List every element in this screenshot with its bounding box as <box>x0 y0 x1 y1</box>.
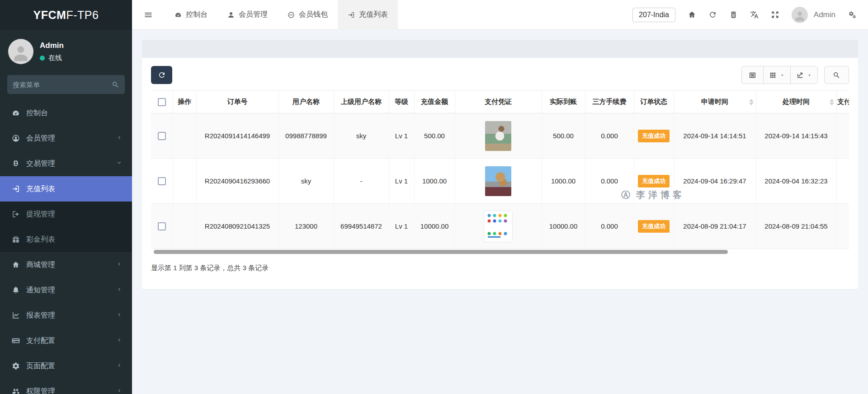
columns-button[interactable] <box>763 66 791 84</box>
col-process-time[interactable]: 处理时间 <box>756 91 836 113</box>
detail-view-icon <box>749 71 756 79</box>
row-checkbox[interactable] <box>158 222 166 230</box>
horizontal-scrollbar[interactable] <box>154 250 728 254</box>
export-button[interactable] <box>790 66 818 84</box>
cell-process-time: 2024-09-14 14:15:43 <box>756 113 836 159</box>
sort-icon[interactable] <box>830 99 834 105</box>
sign-in-icon <box>12 185 20 193</box>
settings-cogs-icon[interactable] <box>848 10 856 19</box>
status-badge: 充值成功 <box>638 220 670 233</box>
row-checkbox[interactable] <box>158 132 166 140</box>
sidebar-item-reports[interactable]: 报表管理 <box>0 303 132 328</box>
tab-recharge-list[interactable]: 充值列表 <box>338 0 398 30</box>
cell-received: 10000.00 <box>542 204 585 249</box>
sidebar-item-payment-config[interactable]: 支付配置 <box>0 328 132 353</box>
topbar-user-name[interactable]: Admin <box>814 10 835 19</box>
sidebar-item-permissions[interactable]: 权限管理 <box>0 379 132 394</box>
sidebar-item-recharge-list[interactable]: 充值列表 <box>0 176 132 202</box>
sidebar-item-label: 通知管理 <box>26 286 55 295</box>
cell-fee: 0.000 <box>585 204 634 249</box>
table-header-row: 操作 订单号 用户名称 上级用户名称 等级 充值金额 支付凭证 实际到账 三方手… <box>151 91 849 113</box>
col-amount: 充值金额 <box>414 91 455 113</box>
language-icon[interactable] <box>750 10 759 19</box>
sidebar-menu: 控制台 会员管理 交易管理 充值列表 提现管理 彩金列表 商城管理 通知管理 报… <box>0 100 132 394</box>
cell-action <box>173 159 196 204</box>
caret-down-icon <box>807 73 812 78</box>
credit-card-icon <box>12 337 20 345</box>
topbar-avatar[interactable] <box>792 7 808 23</box>
col-parent-user: 上级用户名称 <box>334 91 389 113</box>
table-refresh-button[interactable] <box>151 66 172 84</box>
sidebar-item-transactions[interactable]: 交易管理 <box>0 151 132 176</box>
bell-icon <box>12 286 20 294</box>
cell-action <box>173 204 196 249</box>
tab-label: 充值列表 <box>359 10 388 19</box>
search-icon[interactable] <box>112 81 119 89</box>
payment-proof-image[interactable] <box>484 211 513 242</box>
sidebar-item-dashboard[interactable]: 控制台 <box>0 100 132 126</box>
cell-parent-user: - <box>334 159 389 204</box>
users-icon <box>12 387 20 394</box>
tab-member-wallet[interactable]: 会员钱包 <box>278 0 338 30</box>
sidebar-item-notifications[interactable]: 通知管理 <box>0 277 132 303</box>
chevron-left-icon <box>116 261 122 269</box>
sign-in-icon <box>348 11 355 19</box>
detail-view-button[interactable] <box>741 66 764 84</box>
trash-icon[interactable] <box>729 10 738 19</box>
sidebar-item-label: 权限管理 <box>26 387 55 394</box>
cell-action <box>173 113 196 159</box>
site-selector[interactable]: 207-India <box>632 8 675 22</box>
app-logo-bold: YFCM <box>33 9 66 22</box>
cell-apply-time: 2024-09-04 16:29:47 <box>674 159 756 204</box>
refresh-icon[interactable] <box>708 10 717 19</box>
tab-members[interactable]: 会员管理 <box>217 0 278 30</box>
chevron-left-icon <box>116 311 122 319</box>
col-action: 操作 <box>173 91 196 113</box>
status-badge: 充值成功 <box>638 130 670 142</box>
sidebar-item-label: 彩金列表 <box>26 235 55 244</box>
sidebar-item-withdraw[interactable]: 提现管理 <box>0 202 132 227</box>
cell-order-no: R2024080921041325 <box>196 204 278 249</box>
sidebar-item-label: 会员管理 <box>26 134 55 143</box>
caret-down-icon <box>780 73 785 78</box>
content-area: 操作 订单号 用户名称 上级用户名称 等级 充值金额 支付凭证 实际到账 三方手… <box>132 30 868 394</box>
col-proof: 支付凭证 <box>455 91 542 113</box>
cc-icon <box>288 11 295 19</box>
cell-level: Lv 1 <box>389 159 414 204</box>
chevron-left-icon <box>116 337 122 345</box>
hamburger-menu-icon[interactable] <box>144 10 153 19</box>
sidebar-search-input[interactable] <box>13 81 112 89</box>
cell-parent-user: sky <box>334 113 389 159</box>
sidebar-user-panel: Admin 在线 <box>0 30 132 72</box>
payment-proof-image[interactable] <box>485 166 511 196</box>
fullscreen-icon[interactable] <box>771 10 779 19</box>
sort-icon[interactable] <box>749 99 754 105</box>
sidebar-item-page-config[interactable]: 页面配置 <box>0 353 132 379</box>
col-order-no: 订单号 <box>196 91 278 113</box>
status-badge: 充值成功 <box>638 175 670 188</box>
col-status: 订单状态 <box>634 91 674 113</box>
select-all-header <box>151 91 173 113</box>
tab-dashboard[interactable]: 控制台 <box>165 0 217 30</box>
col-apply-time[interactable]: 申请时间 <box>674 91 756 113</box>
tab-label: 控制台 <box>186 10 208 19</box>
user-avatar <box>8 39 33 64</box>
table-toolbar <box>142 58 858 90</box>
sidebar-search <box>7 75 125 94</box>
row-checkbox[interactable] <box>158 177 166 185</box>
table-row: R2024080921041325 123000 69949514872 Lv … <box>151 204 849 249</box>
tachometer-icon <box>12 109 20 117</box>
table-search-button[interactable] <box>824 66 849 84</box>
payment-proof-image[interactable] <box>485 121 511 151</box>
home-icon[interactable] <box>688 10 696 19</box>
online-status-dot <box>40 56 45 61</box>
sidebar-item-mall[interactable]: 商城管理 <box>0 252 132 277</box>
user-circle-icon <box>12 134 20 142</box>
sidebar-item-members[interactable]: 会员管理 <box>0 126 132 151</box>
sidebar-item-bonus-list[interactable]: 彩金列表 <box>0 227 132 252</box>
table-row: R2024090416293660 sky - Lv 1 1000.00 100… <box>151 159 849 204</box>
col-received: 实际到账 <box>542 91 585 113</box>
sidebar-item-label: 支付配置 <box>26 336 55 346</box>
sidebar-item-label: 控制台 <box>26 108 48 118</box>
select-all-checkbox[interactable] <box>158 98 166 106</box>
